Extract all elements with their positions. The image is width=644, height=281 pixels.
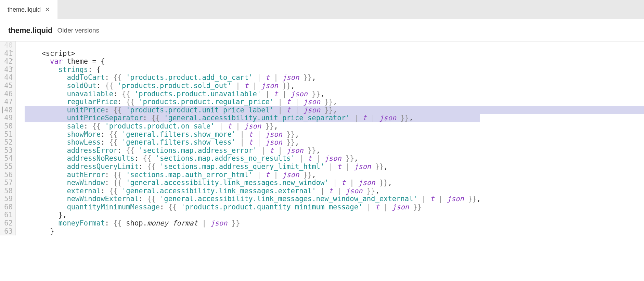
gutter-line: 63 <box>1 228 13 236</box>
code-line[interactable]: newWindow: {{ 'general.accessibility.lin… <box>25 179 644 187</box>
line-content: addToCart: {{ 'products.product.add_to_c… <box>25 73 316 82</box>
line-content: addressError: {{ 'sections.map.address_e… <box>25 146 320 155</box>
line-content: strings: { <box>25 65 101 74</box>
gutter-line: 44 <box>1 74 13 82</box>
gutter-line: 62 <box>1 219 13 228</box>
gutter-line: 46 <box>1 90 13 98</box>
line-content: sale: {{ 'products.product.on_sale' | t … <box>25 122 278 130</box>
fold-icon[interactable]: ▾ <box>11 58 13 62</box>
line-content: external: {{ 'general.accessibility.link… <box>25 187 379 195</box>
code-line[interactable]: }, <box>25 211 644 219</box>
breakpoint-marker[interactable]: | <box>0 106 4 113</box>
gutter-line: 41▾ <box>1 50 13 58</box>
line-gutter: 4041▾42▾43▾4445464748|495051525354555657… <box>0 41 16 235</box>
fold-icon[interactable]: ▾ <box>11 50 13 54</box>
code-area[interactable]: <script> var theme = { strings: { addToC… <box>16 41 644 235</box>
line-content: }, <box>25 211 67 219</box>
code-line[interactable]: moneyFormat: {{ shop.money_format | json… <box>25 219 644 228</box>
tab-active[interactable]: theme.liquid ✕ <box>0 0 57 19</box>
code-line[interactable]: addressError: {{ 'sections.map.address_e… <box>25 147 644 155</box>
code-line[interactable]: quantityMinimumMessage: {{ 'products.pro… <box>25 203 644 211</box>
gutter-line: 52 <box>1 138 13 147</box>
gutter-line: 58 <box>1 187 13 195</box>
line-content: } <box>25 227 54 235</box>
gutter-line: 59 <box>1 195 13 203</box>
line-content: addressNoResults: {{ 'sections.map.addre… <box>25 154 358 162</box>
line-content: unitPrice: {{ 'products.product.unit_pri… <box>25 106 337 114</box>
line-content: var theme = { <box>25 57 105 65</box>
gutter-line: 56 <box>1 171 13 179</box>
code-line[interactable]: external: {{ 'general.accessibility.link… <box>25 187 644 195</box>
line-content: authError: {{ 'sections.map.auth_error_h… <box>25 171 316 179</box>
gutter-line: 53 <box>1 147 13 155</box>
code-line[interactable]: sale: {{ 'products.product.on_sale' | t … <box>25 122 644 131</box>
code-line[interactable]: showMore: {{ 'general.filters.show_more'… <box>25 131 644 139</box>
code-line[interactable]: showLess: {{ 'general.filters.show_less'… <box>25 138 644 147</box>
gutter-line: 61 <box>1 211 13 219</box>
code-line[interactable]: addressQueryLimit: {{ 'sections.map.addr… <box>25 163 644 171</box>
line-content: showLess: {{ 'general.filters.show_less'… <box>25 138 299 146</box>
file-title: theme.liquid <box>8 26 53 35</box>
line-content: addressQueryLimit: {{ 'sections.map.addr… <box>25 162 388 171</box>
line-content: quantityMinimumMessage: {{ 'products.pro… <box>25 203 422 211</box>
line-content: moneyFormat: {{ shop.money_format | json… <box>25 219 240 227</box>
gutter-line: 51 <box>1 131 13 139</box>
tab-bar: theme.liquid ✕ <box>0 0 644 19</box>
code-line[interactable] <box>25 41 644 50</box>
code-line[interactable]: } <box>25 228 644 236</box>
line-content: unavailable: {{ 'products.product.unavai… <box>25 90 324 98</box>
gutter-line: 50 <box>1 122 13 131</box>
line-content: <script> <box>25 49 75 58</box>
line-content: newWindow: {{ 'general.accessibility.lin… <box>25 179 392 187</box>
code-line[interactable]: soldOut: {{ 'products.product.sold_out' … <box>25 82 644 90</box>
file-header: theme.liquid Older versions <box>0 19 644 41</box>
code-line[interactable]: unavailable: {{ 'products.product.unavai… <box>25 90 644 98</box>
tab-label: theme.liquid <box>8 6 41 13</box>
gutter-line: 42▾ <box>1 58 13 66</box>
code-line[interactable]: regularPrice: {{ 'products.product.regul… <box>25 98 644 106</box>
code-line[interactable]: strings: { <box>25 66 644 74</box>
close-icon[interactable]: ✕ <box>45 6 50 13</box>
line-content: unitPriceSeparator: {{ 'general.accessib… <box>25 114 413 122</box>
gutter-line: 40 <box>1 41 13 50</box>
line-content: showMore: {{ 'general.filters.show_more'… <box>25 130 299 138</box>
gutter-line: 48| <box>1 106 13 114</box>
gutter-line: 55 <box>1 163 13 171</box>
code-line[interactable]: newWindowExternal: {{ 'general.accessibi… <box>25 195 644 203</box>
older-versions-link[interactable]: Older versions <box>57 27 100 34</box>
gutter-line: 43▾ <box>1 66 13 74</box>
code-line[interactable]: authError: {{ 'sections.map.auth_error_h… <box>25 171 644 179</box>
gutter-line: 49 <box>1 114 13 122</box>
line-content: regularPrice: {{ 'products.product.regul… <box>25 98 337 106</box>
line-content: soldOut: {{ 'products.product.sold_out' … <box>25 82 295 90</box>
gutter-line: 57 <box>1 179 13 187</box>
gutter-line: 54 <box>1 155 13 163</box>
gutter-line: 45 <box>1 82 13 90</box>
fold-icon[interactable]: ▾ <box>11 66 13 70</box>
code-line[interactable]: var theme = { <box>25 58 644 66</box>
code-line[interactable]: addToCart: {{ 'products.product.add_to_c… <box>25 74 644 82</box>
code-line[interactable]: addressNoResults: {{ 'sections.map.addre… <box>25 155 644 163</box>
line-content: newWindowExternal: {{ 'general.accessibi… <box>25 195 481 203</box>
code-line[interactable]: unitPriceSeparator: {{ 'general.accessib… <box>25 114 644 122</box>
code-editor[interactable]: 4041▾42▾43▾4445464748|495051525354555657… <box>0 41 644 235</box>
code-line[interactable]: <script> <box>25 50 644 58</box>
gutter-line: 60 <box>1 203 13 211</box>
code-line[interactable]: unitPrice: {{ 'products.product.unit_pri… <box>25 106 644 114</box>
